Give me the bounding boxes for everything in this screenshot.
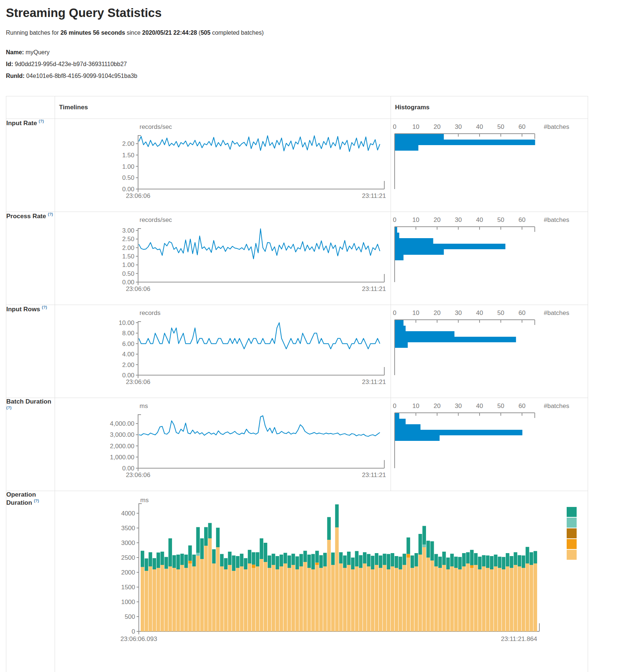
svg-text:0.00: 0.00 (122, 279, 134, 286)
svg-text:40: 40 (476, 123, 483, 130)
svg-text:60: 60 (519, 216, 526, 223)
input-rate-timeline-cell: records/sec0.000.501.001.502.0023:06:062… (55, 119, 391, 212)
svg-text:#batches: #batches (544, 216, 569, 223)
svg-text:2.00: 2.00 (122, 244, 134, 251)
svg-text:0.00: 0.00 (122, 465, 134, 472)
svg-text:1.00: 1.00 (122, 163, 134, 170)
svg-text:0: 0 (393, 123, 396, 130)
query-name-row: Name: myQuery (6, 47, 625, 58)
svg-text:60: 60 (519, 402, 526, 409)
svg-text:40: 40 (476, 309, 483, 316)
svg-text:0.00: 0.00 (122, 372, 134, 379)
svg-text:3500: 3500 (121, 525, 135, 532)
summary-paren: ( (197, 30, 201, 36)
batch-duration-histogram-cell: 0102030405060#batches (391, 398, 588, 491)
summary-start-time: 2020/05/21 22:44:28 (142, 30, 197, 36)
summary-suffix: completed batches) (210, 30, 264, 36)
svg-text:0: 0 (393, 402, 396, 409)
svg-text:#batches: #batches (544, 123, 569, 130)
query-name-value: myQuery (25, 49, 49, 55)
svg-text:60: 60 (519, 123, 526, 130)
input-rows-timeline-cell: records0.002.004.006.008.0010.0023:06:06… (55, 305, 391, 398)
query-id-label: Id: (6, 61, 13, 67)
process-rate-row: Process Rate (?) records/sec0.000.501.00… (6, 212, 588, 305)
svg-text:20: 20 (434, 402, 441, 409)
input-rows-help-icon[interactable]: (?) (42, 305, 47, 309)
svg-text:23:06:06.093: 23:06:06.093 (120, 635, 157, 642)
batch-duration-label: Batch Duration (6, 398, 51, 405)
svg-text:10: 10 (412, 309, 419, 316)
svg-text:records: records (140, 309, 161, 316)
input-rows-label-cell: Input Rows (?) (6, 305, 55, 398)
svg-text:2500: 2500 (121, 554, 135, 561)
svg-text:0.50: 0.50 (122, 270, 134, 277)
process-rate-timeline-cell: records/sec0.000.501.001.502.002.503.002… (55, 212, 391, 305)
svg-text:2.00: 2.00 (122, 140, 134, 147)
input-rate-help-icon[interactable]: (?) (39, 119, 44, 123)
svg-text:0.50: 0.50 (122, 174, 134, 181)
svg-text:50: 50 (497, 123, 504, 130)
svg-text:3.00: 3.00 (122, 227, 134, 234)
svg-text:40: 40 (476, 402, 483, 409)
svg-text:1.00: 1.00 (122, 261, 134, 268)
svg-text:1000: 1000 (121, 599, 135, 606)
svg-text:23:11:21: 23:11:21 (362, 378, 386, 385)
svg-text:0: 0 (393, 216, 396, 223)
svg-text:50: 50 (497, 309, 504, 316)
running-batches-summary: Running batches for 26 minutes 56 second… (6, 30, 625, 36)
svg-text:2,000.00: 2,000.00 (110, 443, 134, 450)
svg-text:3000: 3000 (121, 539, 135, 546)
svg-text:2000: 2000 (121, 569, 135, 576)
summary-duration: 26 minutes 56 seconds (61, 30, 125, 36)
svg-text:10.00: 10.00 (119, 319, 134, 326)
statistics-table: Timelines Histograms Input Rate (?) reco… (6, 96, 588, 672)
input-rows-label: Input Rows (6, 306, 40, 313)
svg-text:23:11:21: 23:11:21 (362, 285, 386, 292)
svg-text:0: 0 (132, 628, 135, 635)
operation-duration-stacked-chart: ms0500100015002000250030003500400023:06:… (55, 491, 588, 672)
svg-text:10: 10 (412, 123, 419, 130)
table-header-row: Timelines Histograms (6, 96, 588, 119)
process-rate-label: Process Rate (6, 213, 46, 220)
svg-text:23:06:06: 23:06:06 (126, 378, 150, 385)
svg-text:4,000.00: 4,000.00 (110, 420, 134, 427)
svg-text:0: 0 (393, 309, 396, 316)
svg-text:50: 50 (497, 216, 504, 223)
process-rate-timeline-chart: records/sec0.000.501.001.502.002.503.002… (55, 212, 391, 305)
svg-text:30: 30 (455, 402, 462, 409)
batch-duration-row: Batch Duration (?) ms0.001,000.002,000.0… (6, 398, 588, 491)
svg-text:20: 20 (434, 309, 441, 316)
input-rows-row: Input Rows (?) records0.002.004.006.008.… (6, 305, 588, 398)
svg-text:2.00: 2.00 (122, 361, 134, 368)
operation-duration-label: Operation Duration (6, 491, 36, 506)
query-metadata: Name: myQuery Id: 9d0dd219-995d-423e-b97… (6, 47, 625, 82)
input-rate-timeline-chart: records/sec0.000.501.001.502.0023:06:062… (55, 119, 391, 212)
svg-text:4000: 4000 (121, 510, 135, 517)
input-rate-label-cell: Input Rate (?) (6, 119, 55, 212)
batch-duration-timeline-chart: ms0.001,000.002,000.003,000.004,000.0023… (55, 398, 391, 491)
input-rate-label: Input Rate (6, 120, 37, 127)
svg-text:40: 40 (476, 216, 483, 223)
operation-duration-help-icon[interactable]: (?) (34, 498, 39, 503)
input-rate-histogram-cell: 0102030405060#batches (391, 119, 588, 212)
svg-text:50: 50 (497, 402, 504, 409)
batch-duration-help-icon[interactable]: (?) (6, 405, 11, 410)
operation-duration-label-cell: Operation Duration (?) (6, 491, 55, 672)
page-title: Streaming Query Statistics (6, 6, 625, 20)
summary-batch-count: 505 (200, 30, 210, 36)
query-id-row: Id: 9d0dd219-995d-423e-b97d-36931110bb27 (6, 58, 625, 70)
operation-duration-row: Operation Duration (?) ms050010001500200… (6, 491, 588, 672)
process-rate-label-cell: Process Rate (?) (6, 212, 55, 305)
input-rows-histogram-chart: 0102030405060#batches (391, 305, 588, 398)
svg-text:records/sec: records/sec (140, 216, 172, 223)
timelines-column-header: Timelines (55, 96, 391, 119)
operation-duration-chart-cell: ms0500100015002000250030003500400023:06:… (55, 491, 588, 672)
svg-text:1.50: 1.50 (122, 253, 134, 260)
process-rate-help-icon[interactable]: (?) (48, 212, 53, 216)
svg-text:23:11:21.864: 23:11:21.864 (501, 635, 537, 642)
svg-text:ms: ms (140, 497, 149, 504)
svg-text:23:06:06: 23:06:06 (126, 192, 150, 199)
svg-text:3,000.00: 3,000.00 (110, 431, 134, 438)
svg-text:500: 500 (125, 613, 135, 620)
svg-text:6.00: 6.00 (122, 340, 134, 347)
